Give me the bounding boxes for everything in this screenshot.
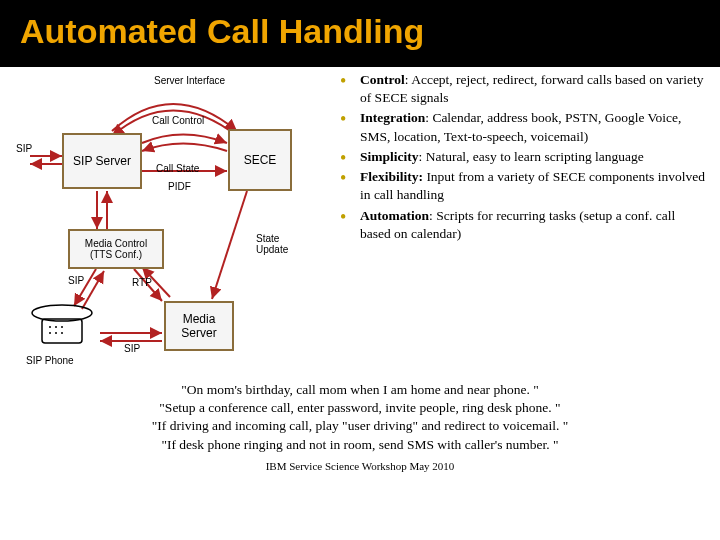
- architecture-diagram: Server Interface SIP SIP Server Call Con…: [12, 71, 332, 371]
- box-media-control: Media Control (TTS Conf.): [68, 229, 164, 269]
- bullet-term: Control: [360, 72, 405, 87]
- bullet-term: Automation: [360, 208, 429, 223]
- bullet-term: Flexibility:: [360, 169, 423, 184]
- slide-title: Automated Call Handling: [20, 12, 700, 51]
- label-call-state: Call State: [156, 163, 199, 174]
- bullet-term: Integration: [360, 110, 425, 125]
- bullet-text: : Accept, reject, redirect, forward call…: [360, 72, 704, 105]
- bullet-list: Control: Accept, reject, redirect, forwa…: [340, 71, 708, 371]
- quote-line: "If desk phone ringing and not in room, …: [40, 436, 680, 454]
- main-content: Server Interface SIP SIP Server Call Con…: [0, 67, 720, 371]
- label-sip-bottom: SIP: [124, 343, 140, 354]
- phone-icon: [24, 299, 100, 355]
- svg-point-18: [55, 332, 57, 334]
- svg-point-15: [55, 326, 57, 328]
- bullet-item: Flexibility: Input from a variety of SEC…: [340, 168, 708, 204]
- svg-point-17: [49, 332, 51, 334]
- label-sip-phone: SIP Phone: [26, 355, 74, 366]
- footer-text: IBM Service Science Workshop May 2010: [0, 460, 720, 472]
- svg-rect-13: [42, 319, 82, 343]
- label-state-update: State Update: [256, 233, 288, 255]
- quote-line: "On mom's birthday, call mom when I am h…: [40, 381, 680, 399]
- label-call-control: Call Control: [152, 115, 204, 126]
- label-sip-mid: SIP: [68, 275, 84, 286]
- box-media-server: Media Server: [164, 301, 234, 351]
- bullet-item: Automation: Scripts for recurring tasks …: [340, 207, 708, 243]
- example-quotes: "On mom's birthday, call mom when I am h…: [0, 381, 720, 454]
- box-sip-server: SIP Server: [62, 133, 142, 189]
- bullet-item: Simplicity: Natural, easy to learn scrip…: [340, 148, 708, 166]
- title-bar: Automated Call Handling: [0, 0, 720, 67]
- svg-point-19: [61, 332, 63, 334]
- bullet-item: Control: Accept, reject, redirect, forwa…: [340, 71, 708, 107]
- svg-point-14: [49, 326, 51, 328]
- bullet-item: Integration: Calendar, address book, PST…: [340, 109, 708, 145]
- bullet-term: Simplicity: [360, 149, 419, 164]
- label-pidf: PIDF: [168, 181, 191, 192]
- label-sip-left: SIP: [16, 143, 32, 154]
- label-server-interface: Server Interface: [154, 75, 225, 86]
- quote-line: "If driving and incoming call, play "use…: [40, 417, 680, 435]
- box-sece: SECE: [228, 129, 292, 191]
- quote-line: "Setup a conference call, enter password…: [40, 399, 680, 417]
- svg-line-9: [212, 191, 247, 299]
- bullet-text: : Natural, easy to learn scripting langu…: [419, 149, 644, 164]
- svg-point-16: [61, 326, 63, 328]
- label-rtp: RTP: [132, 277, 152, 288]
